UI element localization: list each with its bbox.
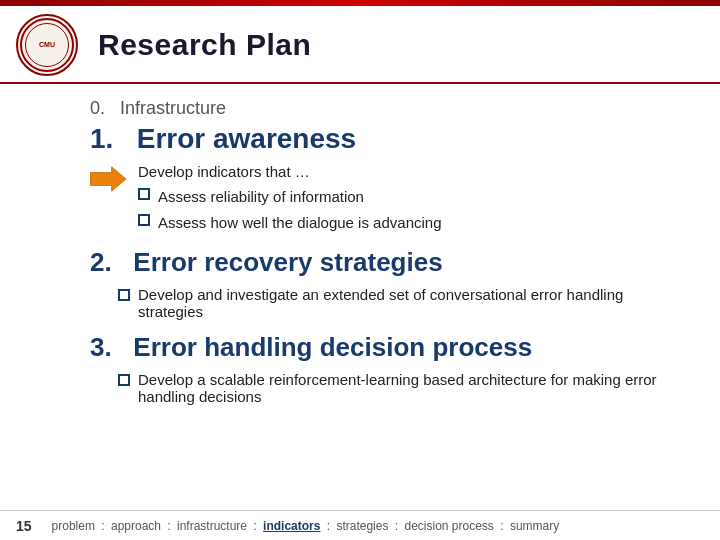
- section-3-body: Develop a scalable reinforcement-learnin…: [80, 371, 670, 405]
- header: CMU Research Plan: [0, 6, 720, 84]
- bullet-square-icon: [118, 289, 130, 301]
- section-3-bullet: Develop a scalable reinforcement-learnin…: [138, 371, 670, 405]
- page-number: 15: [16, 518, 32, 534]
- bullet-square-icon: [118, 374, 130, 386]
- arrow-icon: [90, 165, 126, 193]
- page-title: Research Plan: [98, 28, 311, 62]
- bullet-item: Assess reliability of information: [138, 184, 442, 210]
- section-1-title: 1. Error awareness: [80, 123, 670, 155]
- bullet-list-s1: Assess reliability of information Assess…: [138, 184, 442, 235]
- section-3-title: 3. Error handling decision process: [80, 332, 670, 363]
- bullet-square-icon: [138, 214, 150, 226]
- breadcrumb-decision-process: decision process: [404, 519, 493, 533]
- bullet-text: Assess how well the dialogue is advancin…: [158, 210, 442, 236]
- svg-marker-0: [90, 167, 126, 191]
- breadcrumb-problem: problem: [52, 519, 95, 533]
- bullet-text: Assess reliability of information: [158, 184, 364, 210]
- university-logo: CMU: [16, 14, 78, 76]
- section-2-body: Develop and investigate an extended set …: [80, 286, 670, 320]
- section-1-bullets: Develop indicators that … Assess reliabi…: [138, 163, 442, 235]
- section-2-title: 2. Error recovery strategies: [80, 247, 670, 278]
- breadcrumb-approach: approach: [111, 519, 161, 533]
- breadcrumb-indicators: indicators: [263, 519, 320, 533]
- section-2-bullet: Develop and investigate an extended set …: [138, 286, 670, 320]
- develop-text: Develop indicators that …: [138, 163, 442, 180]
- section-0: 0. Infrastructure: [80, 98, 670, 119]
- section-1-body: Develop indicators that … Assess reliabi…: [80, 163, 670, 235]
- bullet-square-icon: [138, 188, 150, 200]
- footer: 15 problem : approach : infrastructure :…: [0, 510, 720, 540]
- breadcrumb-summary: summary: [510, 519, 559, 533]
- section-0-label: 0.: [90, 98, 105, 118]
- main-content: 0. Infrastructure 1. Error awareness Dev…: [0, 84, 720, 423]
- bullet-item: Assess how well the dialogue is advancin…: [138, 210, 442, 236]
- breadcrumb-strategies: strategies: [336, 519, 388, 533]
- breadcrumb: problem : approach : infrastructure : in…: [52, 519, 560, 533]
- section-0-title: Infrastructure: [120, 98, 226, 118]
- breadcrumb-infrastructure: infrastructure: [177, 519, 247, 533]
